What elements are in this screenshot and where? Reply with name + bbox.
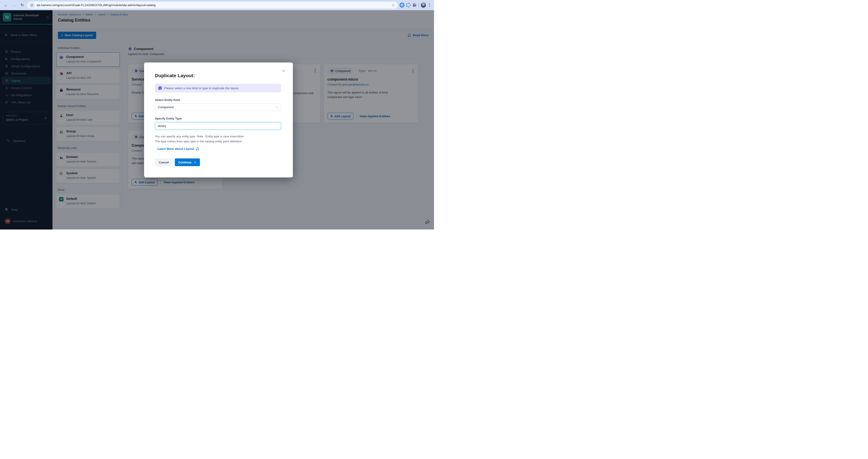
continue-button[interactable]: Continue — [175, 159, 200, 166]
learn-more-link[interactable]: Learn More about Layout — [157, 147, 281, 151]
continue-label: Continue — [178, 161, 191, 164]
learn-more-label: Learn More about Layout — [157, 147, 194, 150]
browser-back-button[interactable]: ← — [3, 2, 9, 8]
browser-profile-avatar[interactable] — [421, 2, 426, 8]
extensions-puzzle-icon[interactable] — [412, 3, 416, 7]
browser-menu-icon[interactable] — [428, 2, 432, 8]
browser-toolbar: ← → ↻ qa.harness.io/ng/account/zEaak-FLS… — [0, 0, 434, 10]
browser-forward-button[interactable]: → — [11, 2, 17, 8]
entity-kind-value: Component — [158, 106, 174, 109]
url-bar[interactable]: qa.harness.io/ng/account/zEaak-FLS425IEO… — [27, 2, 398, 9]
url-text: qa.harness.io/ng/account/zEaak-FLS425IEO… — [37, 3, 388, 7]
cancel-button[interactable]: Cancel — [155, 159, 173, 166]
chevron-right-icon — [194, 161, 196, 164]
info-banner: i Please select a new kind or type to du… — [155, 84, 281, 92]
entity-kind-select[interactable]: Component — [155, 104, 281, 111]
password-extension-icon[interactable] — [400, 3, 404, 7]
docs-icon — [195, 147, 199, 151]
loader-extension-icon[interactable] — [406, 3, 410, 7]
info-icon: i — [158, 86, 162, 90]
helper-text: You can specify any entity type. Note : … — [155, 134, 281, 144]
chevron-down-icon — [275, 106, 278, 109]
duplicate-layout-modal: Duplicate Layout: i Please select a new … — [144, 62, 293, 177]
site-info-icon[interactable] — [29, 2, 35, 8]
browser-reload-button[interactable]: ↻ — [19, 2, 25, 8]
info-banner-text: Please select a new kind or type to dupl… — [164, 86, 239, 90]
entity-kind-label: Select Entity Kind — [155, 98, 281, 102]
entity-type-input[interactable] — [155, 122, 281, 130]
screen: ← → ↻ qa.harness.io/ng/account/zEaak-FLS… — [0, 0, 434, 229]
modal-title: Duplicate Layout: — [155, 73, 281, 78]
entity-type-label: Specify Entity Type — [155, 117, 281, 120]
toolbar-divider — [418, 3, 419, 7]
bookmark-star-icon[interactable]: ☆ — [390, 3, 397, 7]
close-icon[interactable] — [282, 69, 286, 73]
